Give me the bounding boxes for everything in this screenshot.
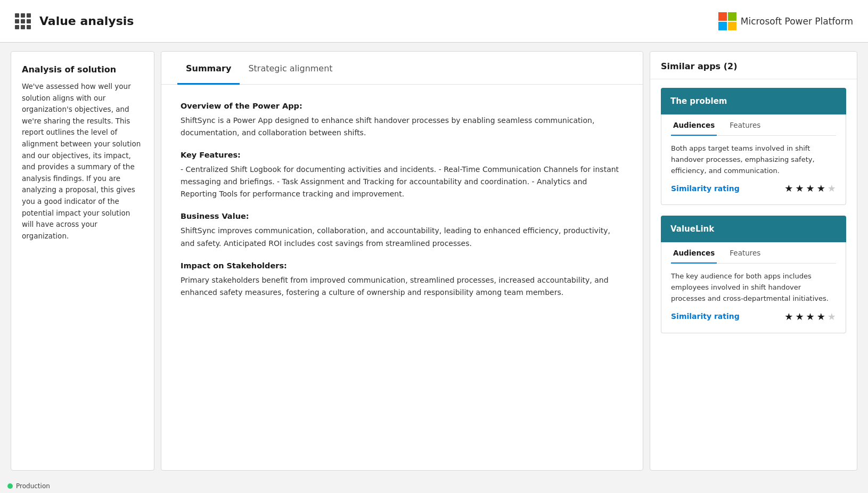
star-empty-1: ★: [828, 311, 836, 322]
app-card-1: ValueLinkAudiencesFeaturesThe key audien…: [661, 216, 846, 333]
star-0-3: ★: [817, 183, 825, 194]
star-0-1: ★: [795, 183, 804, 194]
section-heading-0: Overview of the Power App:: [181, 102, 624, 110]
star-0-2: ★: [806, 183, 815, 194]
right-panel: Similar apps (2) The problemAudiencesFea…: [650, 51, 857, 471]
section-heading-2: Business Value:: [181, 212, 624, 220]
mini-tab-1-1[interactable]: Features: [727, 242, 763, 264]
left-panel-title: Analysis of solution: [22, 64, 143, 75]
status-text: Production: [16, 482, 50, 490]
similarity-label-1: Similarity rating: [671, 312, 740, 321]
app-card-header-0: The problem: [661, 88, 846, 114]
mini-tab-0-1[interactable]: Features: [727, 114, 763, 136]
app-card-body-1: AudiencesFeaturesThe key audience for bo…: [661, 242, 846, 333]
tabs-bar: Summary Strategic alignment: [161, 52, 643, 85]
left-panel-body: We've assessed how well your solution al…: [22, 81, 143, 242]
app-card-0: The problemAudiencesFeaturesBoth apps ta…: [661, 88, 846, 205]
right-panel-scroll: The problemAudiencesFeaturesBoth apps ta…: [650, 79, 857, 470]
section-heading-1: Key Features:: [181, 151, 624, 159]
stars-0: ★★★★★: [784, 183, 836, 194]
star-0-0: ★: [784, 183, 793, 194]
waffle-icon[interactable]: [15, 13, 31, 29]
right-panel-title: Similar apps (2): [661, 61, 737, 71]
similarity-label-0: Similarity rating: [671, 184, 740, 193]
status-bar: Production: [0, 479, 868, 493]
tab-summary[interactable]: Summary: [177, 52, 240, 85]
header-left: Value analysis: [15, 13, 134, 29]
app-card-text-1: The key audience for both apps includes …: [671, 271, 836, 304]
microsoft-logo: Microsoft Power Platform: [718, 12, 853, 30]
header: Value analysis Microsoft Power Platform: [0, 0, 868, 43]
app-shell: Value analysis Microsoft Power Platform …: [0, 0, 868, 493]
section-text-3: Primary stakeholders benefit from improv…: [181, 274, 624, 299]
tab-strategic-alignment[interactable]: Strategic alignment: [240, 52, 341, 85]
section-text-1: - Centralized Shift Logbook for document…: [181, 163, 624, 200]
center-panel: Summary Strategic alignment Overview of …: [161, 51, 643, 471]
section-text-0: ShiftSync is a Power App designed to enh…: [181, 114, 624, 139]
mini-tab-1-0[interactable]: Audiences: [671, 242, 717, 264]
star-empty-0: ★: [828, 183, 836, 194]
app-card-header-1: ValueLink: [661, 216, 846, 242]
star-1-3: ★: [817, 311, 825, 322]
app-title: Value analysis: [39, 14, 134, 28]
app-card-body-0: AudiencesFeaturesBoth apps target teams …: [661, 114, 846, 205]
mini-tab-0-0[interactable]: Audiences: [671, 114, 717, 136]
similarity-row-0: Similarity rating★★★★★: [671, 176, 836, 196]
status-dot: [7, 483, 13, 489]
app-card-text-0: Both apps target teams involved in shift…: [671, 143, 836, 176]
section-heading-3: Impact on Stakeholders:: [181, 261, 624, 270]
right-panel-header: Similar apps (2): [650, 52, 857, 79]
star-1-2: ★: [806, 311, 815, 322]
ms-squares-icon: [718, 12, 736, 30]
left-panel: Analysis of solution We've assessed how …: [11, 51, 154, 471]
star-1-0: ★: [784, 311, 793, 322]
status-indicator: Production: [7, 482, 50, 490]
stars-1: ★★★★★: [784, 311, 836, 322]
similarity-row-1: Similarity rating★★★★★: [671, 305, 836, 324]
center-body: Overview of the Power App:ShiftSync is a…: [161, 85, 643, 470]
section-text-2: ShiftSync improves communication, collab…: [181, 225, 624, 249]
ms-brand-label: Microsoft Power Platform: [741, 16, 853, 27]
main-content: Analysis of solution We've assessed how …: [0, 43, 868, 479]
star-1-1: ★: [795, 311, 804, 322]
